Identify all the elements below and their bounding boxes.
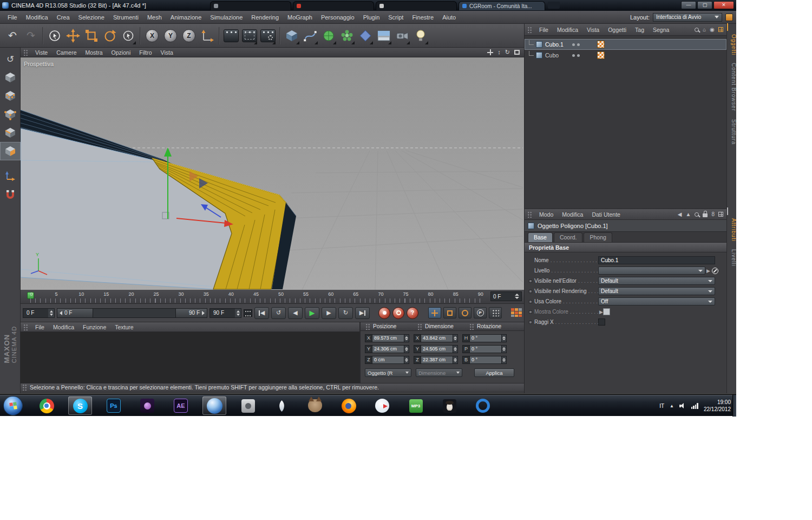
om-menu-segna[interactable]: Segna [649, 27, 673, 33]
add-camera-button[interactable] [393, 25, 411, 46]
layout-icon[interactable] [725, 14, 733, 21]
browser-tab[interactable] [210, 1, 291, 10]
coords-dimension-dropdown[interactable]: Dimensione [416, 368, 462, 377]
lock-y-axis-button[interactable]: Y [161, 25, 180, 46]
no-layer-icon[interactable] [712, 268, 718, 274]
taskbar-after-effects[interactable]: AE [169, 396, 193, 415]
home-icon[interactable]: ⌂ [703, 27, 706, 32]
usa-colore-dropdown[interactable]: Off [598, 297, 715, 306]
play-button[interactable]: ▶ [305, 307, 319, 319]
panel-grip[interactable] [23, 324, 28, 330]
object-row-cubo[interactable]: Cubo [525, 50, 726, 61]
undo-button[interactable]: ↶ [3, 25, 22, 46]
panel-grip[interactable] [417, 323, 422, 330]
visibile-rendering-dropdown[interactable]: Default [598, 287, 715, 295]
object-list[interactable]: Cubo.1 Cubo [525, 36, 726, 209]
polygons-mode-button[interactable] [0, 142, 21, 160]
rotation-p-field[interactable]: P0 ° [462, 345, 507, 353]
vp-menu-mostra[interactable]: Mostra [81, 49, 107, 56]
section-header[interactable]: Proprietà Base [525, 243, 726, 252]
menu-modifica[interactable]: Modifica [22, 14, 53, 21]
volume-icon[interactable] [679, 402, 686, 409]
film-strip-icon[interactable] [244, 309, 252, 317]
enable-axis-button[interactable] [0, 167, 21, 185]
side-tab-attributi[interactable]: Attributi [727, 214, 737, 245]
record-rotation-toggle[interactable] [459, 307, 472, 318]
taskbar-feather-app[interactable] [270, 396, 293, 415]
menu-strumenti[interactable]: Strumenti [109, 14, 143, 21]
viewport-pan-icon[interactable] [487, 49, 493, 55]
browser-tab[interactable] [376, 1, 457, 10]
browser-tab-active[interactable]: CGRoom - Comunità Ita... [459, 1, 545, 10]
apply-button[interactable]: Applica [474, 368, 514, 377]
add-subdivision-surface-button[interactable] [319, 25, 338, 46]
panel-grip[interactable] [23, 49, 28, 56]
lock-z-axis-button[interactable]: Z [180, 25, 198, 46]
taskbar-skype[interactable]: S [68, 396, 92, 415]
viewport-maximize-icon[interactable] [514, 50, 520, 55]
anim-toggle[interactable] [529, 321, 532, 324]
lock-x-axis-button[interactable]: X [143, 25, 161, 46]
show-desktop-button[interactable] [732, 395, 736, 417]
layout-dropdown[interactable]: Interfaccia di Avvio [653, 13, 722, 22]
pin-icon[interactable]: ▲ [686, 212, 691, 217]
last-used-tool[interactable] [119, 25, 137, 46]
panel-dock-icon[interactable] [727, 23, 728, 31]
taskbar-media-app[interactable] [135, 396, 159, 415]
om-menu-oggetti[interactable]: Oggetti [604, 27, 631, 33]
expand-arrow-icon[interactable]: ▶ [706, 268, 710, 274]
menu-aiuto[interactable]: Aiuto [438, 14, 460, 21]
new-tab-button[interactable] [548, 2, 560, 9]
lock-icon[interactable] [703, 213, 708, 217]
anim-toggle[interactable] [529, 300, 532, 303]
anim-toggle[interactable] [529, 290, 532, 293]
om-menu-tag[interactable]: Tag [631, 27, 649, 33]
vp-menu-opzioni[interactable]: Opzioni [107, 49, 135, 56]
panel-dock-icon[interactable] [727, 207, 728, 215]
range-end-handle[interactable]: 90 F [175, 309, 207, 317]
menu-selezione[interactable]: Selezione [74, 14, 109, 21]
goto-start-button[interactable]: ◀ [254, 307, 269, 319]
taskbar-mp3-app[interactable]: MP3 [404, 396, 428, 415]
search-icon[interactable] [695, 212, 699, 217]
anim-toggle[interactable] [529, 310, 532, 314]
position-y-field[interactable]: Y24.306 cm [365, 345, 409, 353]
filter-icon[interactable]: ◉ [710, 27, 715, 32]
taskbar-firefox[interactable] [337, 396, 361, 415]
tab-coord[interactable]: Coord. [554, 232, 583, 242]
scale-tool[interactable] [82, 25, 101, 46]
tab-phong[interactable]: Phong [584, 232, 612, 242]
record-scale-toggle[interactable] [443, 307, 456, 318]
coords-mode-dropdown[interactable]: Oggetto (R [365, 368, 411, 377]
am-menu-modo[interactable]: Modo [535, 211, 558, 218]
texture-mode-button[interactable] [0, 87, 21, 105]
texture-tag-icon[interactable] [597, 41, 605, 48]
raggi-x-checkbox[interactable] [598, 318, 605, 326]
range-start-handle[interactable]: 0 F [57, 309, 93, 317]
vp-menu-vista[interactable]: Vista [156, 49, 178, 56]
menu-simulazione[interactable]: Simulazione [206, 14, 247, 21]
language-indicator[interactable]: IT [659, 403, 664, 409]
add-light-button[interactable] [411, 25, 430, 46]
visibility-dots[interactable] [572, 54, 580, 57]
coordinate-system-button[interactable] [198, 25, 217, 46]
add-mograph-array-button[interactable] [338, 25, 356, 46]
side-tab-content-browser[interactable]: Content Browser [727, 59, 737, 115]
vp-menu-camere[interactable]: Camere [52, 49, 81, 56]
om-menu-vista[interactable]: Vista [582, 27, 604, 33]
vp-menu-viste[interactable]: Viste [31, 49, 52, 56]
livello-dropdown[interactable] [598, 266, 705, 275]
live-selection-tool[interactable] [45, 25, 64, 46]
mat-menu-modifica[interactable]: Modifica [49, 324, 78, 330]
move-tool[interactable] [64, 25, 82, 46]
previous-key-button[interactable]: ↺ [271, 307, 286, 319]
render-view-button[interactable] [222, 25, 240, 46]
menu-script[interactable]: Script [384, 14, 408, 21]
panel-grip[interactable] [365, 323, 370, 330]
panel-menu-icon[interactable] [718, 27, 723, 32]
material-list-area[interactable] [21, 332, 359, 383]
om-menu-file[interactable]: File [535, 27, 553, 33]
edges-mode-button[interactable] [0, 123, 21, 142]
size-z-field[interactable]: Z22.387 cm [414, 356, 458, 364]
taskbar-amule[interactable] [370, 396, 394, 415]
